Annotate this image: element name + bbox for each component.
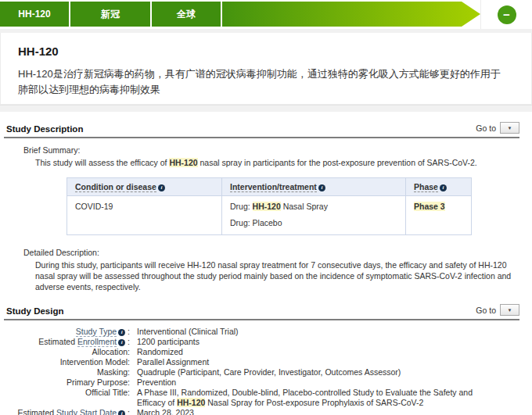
kv-label: Allocation:: [0, 347, 130, 357]
intervention-header-link[interactable]: Intervention/treatment: [230, 182, 317, 192]
info-icon[interactable]: i: [118, 410, 125, 415]
kv-label: Official Title:: [0, 388, 130, 408]
divider: [0, 105, 532, 112]
breadcrumb: HH-120 新冠 全球: [0, 0, 480, 29]
kv-label: Study Typei :: [0, 327, 130, 337]
highlighted-term: HH-120: [177, 398, 205, 407]
breadcrumb-tag-global[interactable]: 全球: [152, 2, 221, 27]
detailed-description-label: Detailed Description:: [23, 248, 532, 257]
condition-intervention-table: Condition or diseasei Intervention/treat…: [66, 177, 472, 235]
kv-value: 1200 participants: [137, 337, 532, 347]
goto-control: Go to ▼: [476, 122, 519, 134]
study-start-date-link[interactable]: Study Start Date: [56, 408, 117, 415]
caret-down-icon: ▼: [508, 308, 512, 313]
col-header-phase: Phasei: [406, 178, 472, 196]
collapse-area: −: [480, 0, 532, 29]
kv-value: Prevention: [137, 377, 532, 388]
text-run: This study will assess the efficacy of: [35, 158, 169, 167]
colon: :: [128, 337, 130, 346]
condition-header-link[interactable]: Condition or disease: [75, 182, 156, 192]
info-icon[interactable]: i: [158, 184, 165, 191]
goto-control: Go to ▼: [476, 304, 519, 316]
study-description-section-header: Study Description Go to ▼: [4, 122, 519, 138]
text-run: Drug:: [230, 202, 253, 211]
table-row: COVID-19 Drug: HH-120 Nasal Spray Drug: …: [67, 196, 472, 235]
info-icon[interactable]: i: [118, 339, 125, 346]
col-header-condition: Condition or diseasei: [67, 178, 222, 196]
kv-label: Estimated Study Start Datei :: [0, 408, 130, 415]
section-title: Study Description: [6, 124, 83, 134]
kv-row-start-date: Estimated Study Start Datei : March 28, …: [0, 408, 532, 415]
breadcrumb-tag-covid[interactable]: 新冠: [70, 2, 150, 27]
goto-label: Go to: [476, 123, 496, 133]
study-design-details: Study Typei : Interventional (Clinical T…: [0, 327, 532, 415]
table-header-row: Condition or diseasei Intervention/treat…: [67, 178, 472, 196]
caret-down-icon: ▼: [508, 126, 512, 131]
highlighted-term: HH-120: [253, 202, 281, 211]
text-run: nasal spray in participants for the post…: [198, 158, 477, 167]
goto-dropdown[interactable]: ▼: [500, 122, 519, 134]
col-header-intervention: Intervention/treatmenti: [222, 178, 406, 196]
kv-row-allocation: Allocation: Randomized: [0, 347, 532, 357]
study-type-link[interactable]: Study Type: [76, 327, 117, 337]
main-content: Study Description Go to ▼ Brief Summary:…: [0, 112, 532, 415]
kv-row-official-title: Official Title: A Phase III, Randomized,…: [0, 388, 532, 408]
label-prefix: Estimated: [38, 337, 77, 346]
tag-label: HH-120: [18, 9, 50, 20]
breadcrumb-bar: HH-120 新冠 全球 −: [0, 0, 532, 29]
kv-label: Intervention Model:: [0, 357, 130, 367]
intervention-cell: Drug: HH-120 Nasal Spray Drug: Placebo: [222, 196, 406, 235]
section-title: Study Design: [6, 306, 63, 316]
breadcrumb-tag-hh120[interactable]: HH-120: [0, 2, 69, 27]
collapse-button[interactable]: −: [498, 5, 516, 24]
kv-value: Quadruple (Participant, Care Provider, I…: [137, 367, 532, 377]
kv-row-study-type: Study Typei : Interventional (Clinical T…: [0, 327, 532, 337]
enrollment-link[interactable]: Enrollment: [77, 337, 117, 347]
goto-label: Go to: [476, 306, 496, 315]
info-icon[interactable]: i: [318, 184, 325, 191]
study-design-section-header: Study Design Go to ▼: [4, 304, 519, 320]
kv-row-primary-purpose: Primary Purpose: Prevention: [0, 377, 532, 388]
goto-dropdown[interactable]: ▼: [500, 304, 519, 316]
kv-label: Masking:: [0, 367, 130, 377]
intervention-item: Drug: HH-120 Nasal Spray: [230, 202, 397, 211]
study-description-cn: HH-120是治疗新冠病毒的药物，具有广谱的冠状病毒抑制功能，通过独特的雾化吸入…: [18, 66, 508, 98]
kv-row-masking: Masking: Quadruple (Participant, Care Pr…: [0, 367, 532, 377]
study-header-card: HH-120 HH-120是治疗新冠病毒的药物，具有广谱的冠状病毒抑制功能，通过…: [0, 33, 532, 105]
phase-header-link[interactable]: Phase: [414, 182, 438, 192]
kv-value: March 28, 2023: [137, 408, 532, 415]
kv-value: Parallel Assignment: [137, 357, 532, 367]
tag-label: 新冠: [101, 8, 120, 21]
info-icon[interactable]: i: [118, 329, 125, 336]
colon: :: [128, 327, 130, 336]
phase-value: Phase 3: [414, 202, 445, 211]
kv-value: A Phase III, Randomized, Double-blind, P…: [137, 388, 532, 408]
kv-row-intervention-model: Intervention Model: Parallel Assignment: [0, 357, 532, 367]
phase-cell: Phase 3: [406, 196, 472, 235]
brief-summary-text: This study will assess the efficacy of H…: [35, 157, 521, 168]
text-run: Nasal Spray: [281, 202, 328, 211]
kv-value: Randomized: [137, 347, 532, 357]
condition-cell: COVID-19: [67, 196, 222, 235]
brief-summary-label: Brief Summary:: [23, 145, 532, 155]
detailed-description-text: During this study, participants will rec…: [35, 259, 521, 292]
page-title: HH-120: [18, 45, 508, 58]
breadcrumb-arrow-shape: [222, 2, 480, 27]
kv-label: Primary Purpose:: [0, 377, 130, 388]
colon: :: [128, 408, 130, 415]
tag-label: 全球: [177, 8, 196, 21]
kv-value: Interventional (Clinical Trial): [137, 327, 532, 337]
minus-icon: −: [503, 8, 510, 21]
kv-label: Estimated Enrollmenti :: [0, 337, 130, 347]
highlighted-term: HH-120: [169, 158, 197, 167]
info-icon[interactable]: i: [440, 184, 447, 191]
kv-row-enrollment: Estimated Enrollmenti : 1200 participant…: [0, 337, 532, 347]
intervention-item: Drug: Placebo: [230, 218, 397, 227]
text-run: Nasal Spray for Post-exposure Prophylaxi…: [205, 398, 423, 407]
label-prefix: Estimated: [18, 408, 57, 415]
